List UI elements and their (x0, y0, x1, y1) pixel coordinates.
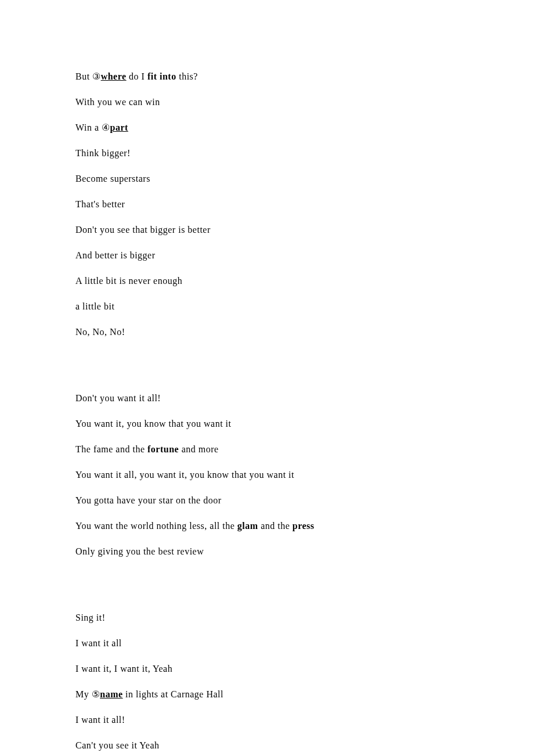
text-run: My (75, 689, 92, 699)
text-run: press (293, 521, 315, 531)
lyric-line: Win a ④part (75, 121, 459, 135)
lyric-line: You want it all, you want it, you know t… (75, 468, 459, 482)
text-run: name (100, 689, 122, 699)
text-run: Can't you see it Yeah (75, 740, 159, 750)
text-run: Win a (75, 123, 102, 132)
lyric-line: With you we can win (75, 95, 459, 109)
text-run: fortune (147, 444, 179, 454)
lyric-line: You want it, you know that you want it (75, 417, 459, 431)
lyric-line: I want it all (75, 636, 459, 650)
text-run: fit into (147, 71, 176, 81)
stanza-gap (75, 351, 459, 391)
lyric-line: Think bigger! (75, 146, 459, 160)
lyric-line: But ③where do I fit into this? (75, 70, 459, 84)
text-run: I want it all (75, 638, 122, 648)
lyric-line: No, No, No! (75, 325, 459, 339)
text-run: That's better (75, 199, 125, 209)
text-run: With you we can win (75, 97, 160, 107)
text-run: where (101, 71, 127, 81)
lyric-line: I want it all! (75, 713, 459, 727)
document-page: But ③where do I fit into this?With you w… (0, 0, 534, 756)
text-run: And better is bigger (75, 250, 156, 260)
lyric-line: Sing it! (75, 611, 459, 625)
text-run: No, No, No! (75, 327, 125, 337)
text-run: ③ (92, 71, 101, 81)
text-run: Don't you want it all! (75, 393, 161, 403)
text-run: Only giving you the best review (75, 546, 204, 556)
lyric-line: Only giving you the best review (75, 545, 459, 559)
lyric-line: You want the world nothing less, all the… (75, 519, 459, 533)
text-run: You want the world nothing less, all the (75, 521, 237, 531)
text-run: The fame and the (75, 444, 147, 454)
lyric-line: Don't you see that bigger is better (75, 223, 459, 237)
text-run: ④ (102, 123, 110, 132)
lyric-line: I want it, I want it, Yeah (75, 662, 459, 676)
text-run: a little bit (75, 301, 114, 311)
lyric-line: The fame and the fortune and more (75, 442, 459, 456)
text-run: glam (237, 521, 258, 531)
text-run: Sing it! (75, 613, 106, 622)
text-run: in lights at Carnage Hall (123, 689, 223, 699)
text-run: and more (179, 444, 218, 454)
text-run: Don't you see that bigger is better (75, 225, 211, 235)
lyric-line: And better is bigger (75, 249, 459, 262)
text-run: You want it all, you want it, you know t… (75, 470, 294, 480)
text-run: I want it, I want it, Yeah (75, 664, 172, 674)
lyric-line: You gotta have your star on the door (75, 494, 459, 507)
text-run: Think bigger! (75, 148, 131, 158)
text-run: A little bit is never enough (75, 276, 182, 286)
text-run: ⑤ (92, 689, 100, 699)
text-run: You want it, you know that you want it (75, 419, 231, 429)
lyric-line: a little bit (75, 300, 459, 314)
text-run: this? (176, 71, 198, 81)
lyric-line: Become superstars (75, 172, 459, 186)
text-run: You gotta have your star on the door (75, 495, 221, 505)
stanza-gap (75, 570, 459, 611)
text-run: do I (127, 71, 147, 81)
text-run: Become superstars (75, 174, 150, 183)
lyric-line: Don't you want it all! (75, 391, 459, 405)
text-run: I want it all! (75, 715, 125, 725)
text-run: But (75, 71, 92, 81)
text-run: and the (258, 521, 293, 531)
lyric-line: Can't you see it Yeah (75, 739, 459, 753)
lyric-line: That's better (75, 197, 459, 211)
lyric-line: My ⑤name in lights at Carnage Hall (75, 687, 459, 701)
lyric-line: A little bit is never enough (75, 274, 459, 288)
text-run: part (110, 123, 128, 132)
